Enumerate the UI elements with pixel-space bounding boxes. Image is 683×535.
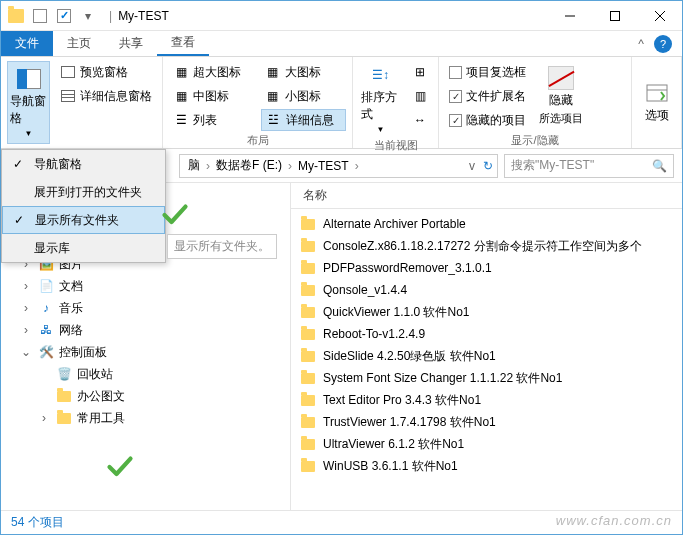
tree-item[interactable]: 办公图文 xyxy=(1,385,290,407)
tree-chevron-icon[interactable]: › xyxy=(19,279,33,293)
close-button[interactable] xyxy=(637,1,682,30)
file-ext-toggle[interactable]: 文件扩展名 xyxy=(445,85,530,107)
list-item[interactable]: QuickViewer 1.1.0 软件No1 xyxy=(291,301,682,323)
folder-icon xyxy=(55,388,73,404)
chevron-right-icon[interactable]: › xyxy=(288,159,292,173)
chevron-down-icon: ▼ xyxy=(377,125,385,134)
history-dropdown-icon[interactable]: v xyxy=(469,159,475,173)
list-item[interactable]: Qonsole_v1.4.4 xyxy=(291,279,682,301)
group-by-button[interactable]: ⊞ xyxy=(408,61,432,83)
sort-icon: ☰↕ xyxy=(365,63,397,87)
list-item[interactable]: WinUSB 3.6.1.1 软件No1 xyxy=(291,455,682,477)
view-details-button[interactable]: ☳详细信息 xyxy=(261,109,347,131)
tree-chevron-icon[interactable]: › xyxy=(19,323,33,337)
folder-icon xyxy=(299,348,317,364)
details-pane-button[interactable]: 详细信息窗格 xyxy=(56,85,156,107)
folder-icon xyxy=(299,216,317,232)
tree-label: 文档 xyxy=(59,278,83,295)
list-item[interactable]: System Font Size Changer 1.1.1.22 软件No1 xyxy=(291,367,682,389)
medium-icon: ▦ xyxy=(173,88,189,104)
menu-show-libraries[interactable]: 显示库 xyxy=(2,234,165,262)
check-icon: ✓ xyxy=(11,212,27,228)
chevron-right-icon[interactable]: › xyxy=(355,159,359,173)
app-icon[interactable] xyxy=(5,5,27,27)
crumb[interactable]: 脑 xyxy=(184,157,204,174)
folder-icon xyxy=(299,370,317,386)
extra-large-icon: ▦ xyxy=(173,64,189,80)
file-name: Text Editor Pro 3.4.3 软件No1 xyxy=(323,392,481,409)
list-item[interactable]: PDFPasswordRemover_3.1.0.1 xyxy=(291,257,682,279)
size-columns-button[interactable]: ↔ xyxy=(408,109,432,131)
list-item[interactable]: Alternate Archiver Portable xyxy=(291,213,682,235)
view-extra-large-button[interactable]: ▦超大图标 xyxy=(169,61,255,83)
list-item[interactable]: UltraViewer 6.1.2 软件No1 xyxy=(291,433,682,455)
hidden-items-toggle[interactable]: 隐藏的项目 xyxy=(445,109,530,131)
tab-home[interactable]: 主页 xyxy=(53,31,105,56)
qat-dropdown-icon[interactable]: ▾ xyxy=(77,5,99,27)
preview-pane-button[interactable]: 预览窗格 xyxy=(56,61,156,83)
group-icon: ⊞ xyxy=(412,64,428,80)
list-item[interactable]: TrustViewer 1.7.4.1798 软件No1 xyxy=(291,411,682,433)
column-header-name[interactable]: 名称 xyxy=(291,183,682,209)
tree-chevron-icon[interactable]: › xyxy=(37,411,51,425)
breadcrumb[interactable]: 脑› 数据卷F (E:)› My-TEST› v ↻ xyxy=(179,154,498,178)
tab-view[interactable]: 查看 xyxy=(157,31,209,56)
list-item[interactable]: ConsoleZ.x86.1.18.2.17272 分割命令提示符工作空间为多个 xyxy=(291,235,682,257)
view-list-button[interactable]: ☰列表 xyxy=(169,109,255,131)
qat-new-folder-icon[interactable] xyxy=(53,5,75,27)
view-large-button[interactable]: ▦大图标 xyxy=(261,61,347,83)
folder-icon xyxy=(299,304,317,320)
chevron-right-icon[interactable]: › xyxy=(206,159,210,173)
menu-show-all-folders[interactable]: ✓ 显示所有文件夹 xyxy=(2,206,165,234)
file-name: WinUSB 3.6.1.1 软件No1 xyxy=(323,458,458,475)
options-icon xyxy=(641,81,673,105)
tree-item[interactable]: ⌄🛠️控制面板 xyxy=(1,341,290,363)
tree-label: 办公图文 xyxy=(77,388,125,405)
item-checkboxes-toggle[interactable]: 项目复选框 xyxy=(445,61,530,83)
hide-icon xyxy=(548,66,574,90)
refresh-icon[interactable]: ↻ xyxy=(483,159,493,173)
sort-by-button[interactable]: ☰↕ 排序方式 ▼ xyxy=(359,61,402,136)
panes-group-label xyxy=(7,144,156,146)
tab-share[interactable]: 共享 xyxy=(105,31,157,56)
hide-selected-button[interactable]: 隐藏 所选项目 xyxy=(536,61,586,131)
tree-item[interactable]: ›📄文档 xyxy=(1,275,290,297)
list-item[interactable]: Text Editor Pro 3.4.3 软件No1 xyxy=(291,389,682,411)
checkbox-checked-icon xyxy=(449,90,462,103)
search-input[interactable]: 搜索"My-TEST" 🔍 xyxy=(504,154,674,178)
tab-file[interactable]: 文件 xyxy=(1,31,53,56)
current-view-label: 当前视图 xyxy=(359,136,432,153)
menu-expand-open[interactable]: 展开到打开的文件夹 xyxy=(2,178,165,206)
minimize-button[interactable] xyxy=(547,1,592,30)
list-item[interactable]: SideSlide 4.2.50绿色版 软件No1 xyxy=(291,345,682,367)
tree-item[interactable]: ›🖧网络 xyxy=(1,319,290,341)
view-small-button[interactable]: ▦小图标 xyxy=(261,85,347,107)
tree-chevron-icon[interactable]: › xyxy=(19,301,33,315)
view-medium-button[interactable]: ▦中图标 xyxy=(169,85,255,107)
folder-icon xyxy=(299,326,317,342)
tree-item[interactable]: 🗑️回收站 xyxy=(1,363,290,385)
tree-chevron-icon[interactable]: ⌄ xyxy=(19,345,33,359)
columns-icon: ▥ xyxy=(412,88,428,104)
tree-item[interactable]: ›常用工具 xyxy=(1,407,290,429)
check-icon: ✓ xyxy=(10,156,26,172)
crumb[interactable]: My-TEST xyxy=(294,159,353,173)
checkbox-icon xyxy=(449,66,462,79)
tooltip: 显示所有文件夹。 xyxy=(167,234,277,259)
add-columns-button[interactable]: ▥ xyxy=(408,85,432,107)
nav-pane-button[interactable]: 导航窗格 ▼ xyxy=(7,61,50,144)
maximize-button[interactable] xyxy=(592,1,637,30)
crumb[interactable]: 数据卷F (E:) xyxy=(212,157,286,174)
tree-label: 网络 xyxy=(59,322,83,339)
ribbon-collapse-icon[interactable]: ^ xyxy=(638,37,644,51)
options-button[interactable]: 选项 xyxy=(638,61,675,144)
folder-icon xyxy=(299,414,317,430)
network-icon: 🖧 xyxy=(37,322,55,338)
menu-nav-pane[interactable]: ✓ 导航窗格 xyxy=(2,150,165,178)
list-item[interactable]: Reboot-To-v1.2.4.9 xyxy=(291,323,682,345)
tree-item[interactable]: ›♪音乐 xyxy=(1,297,290,319)
help-icon[interactable]: ? xyxy=(654,35,672,53)
music-icon: ♪ xyxy=(37,300,55,316)
file-name: Alternate Archiver Portable xyxy=(323,217,466,231)
qat-properties-icon[interactable] xyxy=(29,5,51,27)
